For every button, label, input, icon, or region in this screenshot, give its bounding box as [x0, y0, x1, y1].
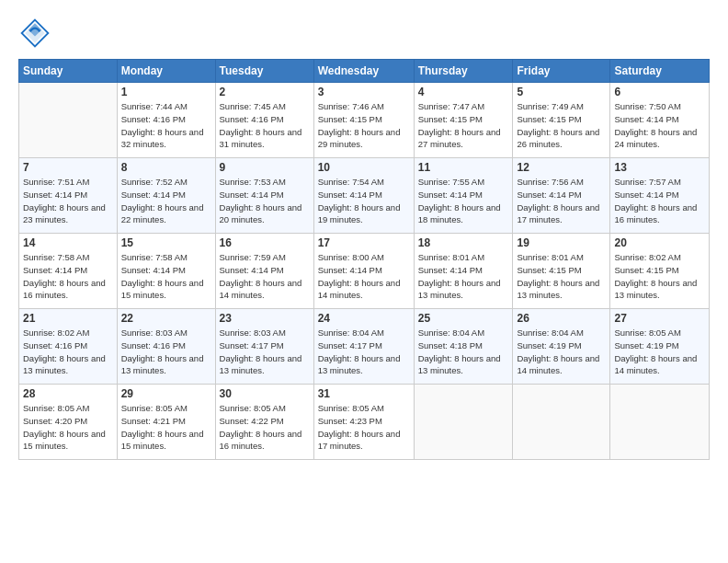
day-number: 24: [318, 312, 410, 325]
day-info: Sunrise: 7:55 AMSunset: 4:14 PMDaylight:…: [418, 176, 509, 226]
calendar-week-row: 7Sunrise: 7:51 AMSunset: 4:14 PMDaylight…: [19, 158, 710, 234]
column-header-monday: Monday: [117, 60, 215, 83]
column-header-thursday: Thursday: [414, 60, 513, 83]
calendar-cell: 20Sunrise: 8:02 AMSunset: 4:15 PMDayligh…: [610, 234, 710, 309]
day-info: Sunrise: 7:51 AMSunset: 4:14 PMDaylight:…: [23, 176, 113, 226]
calendar-cell: [610, 385, 710, 460]
calendar-cell: 6Sunrise: 7:50 AMSunset: 4:14 PMDaylight…: [610, 83, 710, 158]
calendar-week-row: 1Sunrise: 7:44 AMSunset: 4:16 PMDaylight…: [19, 83, 710, 158]
day-number: 7: [23, 161, 113, 174]
day-number: 11: [418, 161, 509, 174]
day-info: Sunrise: 7:58 AMSunset: 4:14 PMDaylight:…: [23, 251, 113, 302]
calendar-cell: 2Sunrise: 7:45 AMSunset: 4:16 PMDaylight…: [215, 83, 313, 158]
calendar-cell: 10Sunrise: 7:54 AMSunset: 4:14 PMDayligh…: [313, 158, 414, 234]
calendar-cell: 3Sunrise: 7:46 AMSunset: 4:15 PMDaylight…: [313, 83, 414, 158]
calendar-cell: 25Sunrise: 8:04 AMSunset: 4:18 PMDayligh…: [414, 309, 513, 385]
calendar-cell: 31Sunrise: 8:05 AMSunset: 4:23 PMDayligh…: [313, 385, 414, 460]
day-number: 5: [517, 86, 606, 98]
day-number: 17: [318, 236, 410, 249]
day-number: 13: [614, 161, 705, 174]
day-number: 3: [318, 86, 410, 98]
calendar-cell: 11Sunrise: 7:55 AMSunset: 4:14 PMDayligh…: [414, 158, 513, 234]
day-number: 18: [418, 236, 509, 249]
day-number: 28: [23, 387, 113, 400]
day-info: Sunrise: 8:04 AMSunset: 4:19 PMDaylight:…: [517, 327, 606, 377]
calendar-cell: 12Sunrise: 7:56 AMSunset: 4:14 PMDayligh…: [513, 158, 610, 234]
day-info: Sunrise: 8:05 AMSunset: 4:20 PMDaylight:…: [23, 402, 113, 453]
calendar-cell: 23Sunrise: 8:03 AMSunset: 4:17 PMDayligh…: [215, 309, 313, 385]
day-info: Sunrise: 7:52 AMSunset: 4:14 PMDaylight:…: [121, 176, 211, 226]
calendar-cell: 24Sunrise: 8:04 AMSunset: 4:17 PMDayligh…: [313, 309, 414, 385]
day-number: 14: [23, 236, 113, 249]
calendar-cell: 28Sunrise: 8:05 AMSunset: 4:20 PMDayligh…: [19, 385, 118, 460]
calendar-cell: 14Sunrise: 7:58 AMSunset: 4:14 PMDayligh…: [19, 234, 118, 309]
day-info: Sunrise: 7:49 AMSunset: 4:15 PMDaylight:…: [517, 100, 606, 151]
logo-icon: [18, 17, 51, 50]
calendar-cell: [19, 83, 118, 158]
column-header-tuesday: Tuesday: [215, 60, 313, 83]
day-info: Sunrise: 7:50 AMSunset: 4:14 PMDaylight:…: [614, 100, 705, 151]
day-number: 10: [318, 161, 410, 174]
calendar-cell: 26Sunrise: 8:04 AMSunset: 4:19 PMDayligh…: [513, 309, 610, 385]
day-info: Sunrise: 8:05 AMSunset: 4:19 PMDaylight:…: [614, 327, 705, 377]
day-number: 19: [517, 236, 606, 249]
day-number: 29: [121, 387, 211, 400]
column-header-wednesday: Wednesday: [313, 60, 414, 83]
day-number: 16: [220, 236, 310, 249]
calendar-cell: 29Sunrise: 8:05 AMSunset: 4:21 PMDayligh…: [117, 385, 215, 460]
calendar-cell: 7Sunrise: 7:51 AMSunset: 4:14 PMDaylight…: [19, 158, 118, 234]
day-number: 26: [517, 312, 606, 325]
calendar-cell: 18Sunrise: 8:01 AMSunset: 4:14 PMDayligh…: [414, 234, 513, 309]
day-info: Sunrise: 8:02 AMSunset: 4:15 PMDaylight:…: [614, 251, 705, 302]
day-info: Sunrise: 8:01 AMSunset: 4:15 PMDaylight:…: [517, 251, 606, 302]
calendar-cell: 5Sunrise: 7:49 AMSunset: 4:15 PMDaylight…: [513, 83, 610, 158]
day-info: Sunrise: 7:54 AMSunset: 4:14 PMDaylight:…: [318, 176, 410, 226]
day-number: 6: [614, 86, 705, 98]
calendar-week-row: 21Sunrise: 8:02 AMSunset: 4:16 PMDayligh…: [19, 309, 710, 385]
calendar-cell: 8Sunrise: 7:52 AMSunset: 4:14 PMDaylight…: [117, 158, 215, 234]
day-number: 8: [121, 161, 211, 174]
calendar-cell: [513, 385, 610, 460]
day-number: 31: [318, 387, 410, 400]
day-number: 27: [614, 312, 705, 325]
day-number: 2: [220, 86, 310, 98]
calendar-cell: [414, 385, 513, 460]
column-header-friday: Friday: [513, 60, 610, 83]
page-header: [18, 17, 710, 50]
day-info: Sunrise: 8:04 AMSunset: 4:18 PMDaylight:…: [418, 327, 509, 377]
day-number: 21: [23, 312, 113, 325]
day-number: 22: [121, 312, 211, 325]
day-info: Sunrise: 7:56 AMSunset: 4:14 PMDaylight:…: [517, 176, 606, 226]
day-info: Sunrise: 7:58 AMSunset: 4:14 PMDaylight:…: [121, 251, 211, 302]
day-number: 12: [517, 161, 606, 174]
day-info: Sunrise: 7:46 AMSunset: 4:15 PMDaylight:…: [318, 100, 410, 151]
calendar-cell: 21Sunrise: 8:02 AMSunset: 4:16 PMDayligh…: [19, 309, 118, 385]
day-info: Sunrise: 7:45 AMSunset: 4:16 PMDaylight:…: [220, 100, 310, 151]
day-number: 1: [121, 86, 211, 98]
day-info: Sunrise: 7:44 AMSunset: 4:16 PMDaylight:…: [121, 100, 211, 151]
calendar-table: SundayMondayTuesdayWednesdayThursdayFrid…: [18, 59, 710, 460]
calendar-week-row: 14Sunrise: 7:58 AMSunset: 4:14 PMDayligh…: [19, 234, 710, 309]
calendar-cell: 9Sunrise: 7:53 AMSunset: 4:14 PMDaylight…: [215, 158, 313, 234]
day-info: Sunrise: 8:05 AMSunset: 4:22 PMDaylight:…: [220, 402, 310, 453]
calendar-cell: 22Sunrise: 8:03 AMSunset: 4:16 PMDayligh…: [117, 309, 215, 385]
calendar-cell: 1Sunrise: 7:44 AMSunset: 4:16 PMDaylight…: [117, 83, 215, 158]
day-info: Sunrise: 8:05 AMSunset: 4:21 PMDaylight:…: [121, 402, 211, 453]
day-number: 15: [121, 236, 211, 249]
calendar-cell: 4Sunrise: 7:47 AMSunset: 4:15 PMDaylight…: [414, 83, 513, 158]
day-info: Sunrise: 7:53 AMSunset: 4:14 PMDaylight:…: [220, 176, 310, 226]
day-info: Sunrise: 8:04 AMSunset: 4:17 PMDaylight:…: [318, 327, 410, 377]
calendar-cell: 17Sunrise: 8:00 AMSunset: 4:14 PMDayligh…: [313, 234, 414, 309]
calendar-cell: 19Sunrise: 8:01 AMSunset: 4:15 PMDayligh…: [513, 234, 610, 309]
day-info: Sunrise: 8:01 AMSunset: 4:14 PMDaylight:…: [418, 251, 509, 302]
day-info: Sunrise: 8:05 AMSunset: 4:23 PMDaylight:…: [318, 402, 410, 453]
day-number: 20: [614, 236, 705, 249]
day-info: Sunrise: 8:00 AMSunset: 4:14 PMDaylight:…: [318, 251, 410, 302]
calendar-cell: 15Sunrise: 7:58 AMSunset: 4:14 PMDayligh…: [117, 234, 215, 309]
day-info: Sunrise: 7:59 AMSunset: 4:14 PMDaylight:…: [220, 251, 310, 302]
day-info: Sunrise: 8:03 AMSunset: 4:17 PMDaylight:…: [220, 327, 310, 377]
calendar-cell: 16Sunrise: 7:59 AMSunset: 4:14 PMDayligh…: [215, 234, 313, 309]
logo: [18, 17, 55, 50]
calendar-week-row: 28Sunrise: 8:05 AMSunset: 4:20 PMDayligh…: [19, 385, 710, 460]
column-header-sunday: Sunday: [19, 60, 118, 83]
